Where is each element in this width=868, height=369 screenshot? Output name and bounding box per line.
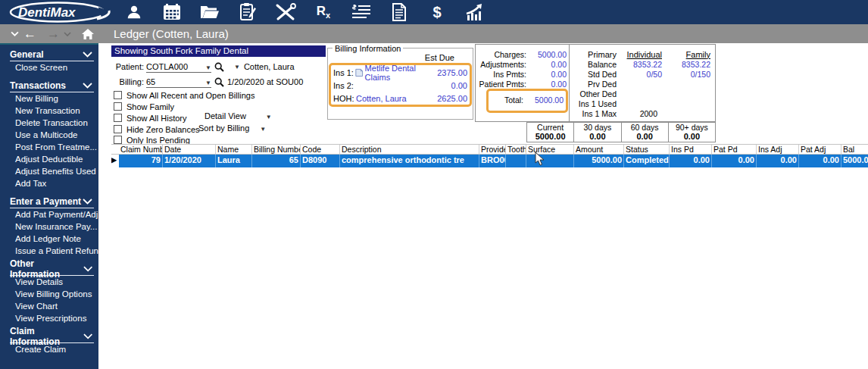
row-indicator-icon: ▶ [111,155,119,167]
checkbox-icon[interactable] [114,91,122,99]
patient-pmts-row: Patient Pmts: 0.00 [476,79,569,89]
patient-code-combobox[interactable]: COTLA000▼ [146,61,211,73]
patient-icon[interactable] [123,2,145,23]
col-status[interactable]: Status [624,145,670,154]
sidebar: General Close Screen Transactions New Bi… [0,43,98,369]
col-tooth[interactable]: Tooth [506,145,526,154]
svg-text:DentiMax: DentiMax [18,5,76,20]
patient-search-icon[interactable] [214,62,224,72]
checkbox-show-all-recent[interactable]: Show All Recent and Open Billings [114,90,254,100]
billing-search-icon[interactable] [214,77,224,87]
sidebar-item-adjust-deductible[interactable]: Adjust Deductible [10,153,98,165]
billing-information-title: Billing Information [333,44,403,53]
sidebar-item-new-billing[interactable]: New Billing [10,92,98,105]
sidebar-header-other-information[interactable]: Other Information [10,263,94,276]
navigation-bar: ← → Ledger (Cotten, Laura) [0,24,868,43]
insurance-carrier-icon [354,67,364,77]
ins1-est-due: 2375.00 [437,68,467,77]
checkbox-icon[interactable] [114,114,122,122]
checkbox-icon[interactable] [114,102,122,111]
dental-tools-icon[interactable] [274,2,297,23]
col-bal[interactable]: Bal [841,145,868,154]
billing-date: 1/20/2020 at SOU00 [227,77,303,86]
sort-by-dropdown[interactable]: Sort by Billing▼ [198,124,266,133]
col-pat-pd[interactable]: Pat Pd [712,145,757,154]
est-due-highlight-box: Ins 1: Metlife Dental Claims 2375.00 Ins… [329,63,472,107]
ledger-main: Showing South Fork Family Dental Patient… [98,43,868,369]
checkbox-icon[interactable] [114,136,122,144]
sidebar-item-add-pat-payment-adj[interactable]: Add Pat Payment/Adj [10,208,98,220]
col-ins-adj[interactable]: Ins Adj [757,145,799,154]
primary-insurance-panel: Primary Individual Family Balance 8353.2… [570,45,715,121]
checkbox-icon[interactable] [114,125,122,133]
clipboard-pencil-icon[interactable] [236,2,259,23]
document-icon[interactable] [388,2,411,23]
sidebar-section-claim-information: Claim Information Create Claim [10,330,98,355]
sidebar-item-view-chart[interactable]: View Chart [10,300,98,312]
forward-arrow-icon[interactable]: → [47,27,60,40]
sidebar-item-create-claim[interactable]: Create Claim [10,343,98,355]
detail-view-dropdown[interactable]: Detail View▼ [205,111,272,120]
col-surface[interactable]: Surface [526,145,574,154]
hoh-row: HOH: Cotten, Laura 2625.00 [333,92,467,105]
balance-row: Balance 8353.22 8353.22 [570,59,715,69]
reports-chart-icon[interactable] [464,2,486,23]
cell-ins-pd: 0.00 [670,155,712,167]
sidebar-item-view-details[interactable]: View Details [10,276,98,288]
aging-90-days: 90+ days 0.00 [668,123,715,142]
combo-arrow-icon[interactable]: ▼ [205,77,211,89]
sidebar-item-adjust-benefits-used[interactable]: Adjust Benefits Used [10,165,98,177]
checkbox-hide-zero-balances[interactable]: Hide Zero Balances [114,124,200,134]
toolbar-icons: Rx $ [123,0,486,24]
home-icon[interactable] [82,29,94,39]
sidebar-item-add-tax[interactable]: Add Tax [10,177,98,189]
chevron-down-icon [83,333,92,339]
checkbox-show-all-history[interactable]: Show All History [114,113,186,123]
prv-ded-row: Prv Ded [570,79,715,89]
ins2-est-due: 0.00 [451,81,467,90]
sidebar-header-general[interactable]: General [10,48,94,61]
checkbox-show-family[interactable]: Show Family [114,102,174,111]
sidebar-item-add-ledger-note[interactable]: Add Ledger Note [10,233,98,245]
billing-number-combobox[interactable]: 65▼ [146,77,211,88]
col-billing-number[interactable]: Billing Number [252,145,301,154]
forward-history-chevron-icon[interactable] [64,32,71,36]
col-pat-adj[interactable]: Pat Adj [799,145,841,154]
dropdown-arrow-icon[interactable]: ▼ [260,126,266,133]
payments-dollar-icon[interactable]: $ [426,2,448,23]
col-amount[interactable]: Amount [574,145,624,154]
sidebar-header-enter-a-payment[interactable]: Enter a Payment [10,195,94,208]
dentimax-app: DentiMax Rx [0,0,868,369]
cell-bal: 5000.00 [841,155,868,167]
sidebar-item-issue-a-patient-refund[interactable]: Issue a Patient Refund [10,245,98,257]
ins1-carrier-name[interactable]: Metlife Dental Claims [365,64,438,82]
sidebar-item-delete-transaction[interactable]: Delete Transaction [10,117,98,129]
combo-arrow-icon[interactable]: ▼ [205,62,211,73]
back-arrow-icon[interactable]: ← [23,27,36,40]
sidebar-item-close-screen[interactable]: Close Screen [10,61,98,73]
col-description[interactable]: Description [340,145,479,154]
sidebar-item-new-insurance-pay[interactable]: New Insurance Pay... [10,220,98,233]
back-history-chevron-icon[interactable] [11,31,19,36]
sidebar-item-view-prescriptions[interactable]: View Prescriptions [10,312,98,324]
col-date[interactable]: Date [163,145,216,154]
cell-provider: BRO00 [479,155,506,167]
prescriptions-rx-icon[interactable]: Rx [312,2,335,23]
col-provider[interactable]: Provider [479,145,506,154]
col-ins-pd[interactable]: Ins Pd [670,145,712,154]
sidebar-item-use-a-multicode[interactable]: Use a Multicode [10,129,98,141]
ledger-list-icon[interactable] [350,2,373,23]
calendar-icon[interactable] [161,2,183,23]
col-name[interactable]: Name [216,145,252,154]
sidebar-header-transactions[interactable]: Transactions [10,80,94,92]
sidebar-item-post-from-treatment[interactable]: Post From Treatme... [10,141,98,153]
sidebar-header-claim-information[interactable]: Claim Information [10,330,94,343]
patient-dropdown-icon[interactable]: ▼ [234,64,240,70]
folder-icon[interactable] [198,2,221,23]
ledger-table-row-selected[interactable]: ▶ 79 1/20/2020 Laura 65 D8090 comprehens… [111,155,868,167]
sidebar-item-new-transaction[interactable]: New Transaction [10,105,98,117]
col-code[interactable]: Code [301,145,340,154]
col-claim-number[interactable]: Claim Number [119,145,163,154]
sidebar-item-view-billing-options[interactable]: View Billing Options [10,288,98,300]
dropdown-arrow-icon[interactable]: ▼ [266,114,272,120]
